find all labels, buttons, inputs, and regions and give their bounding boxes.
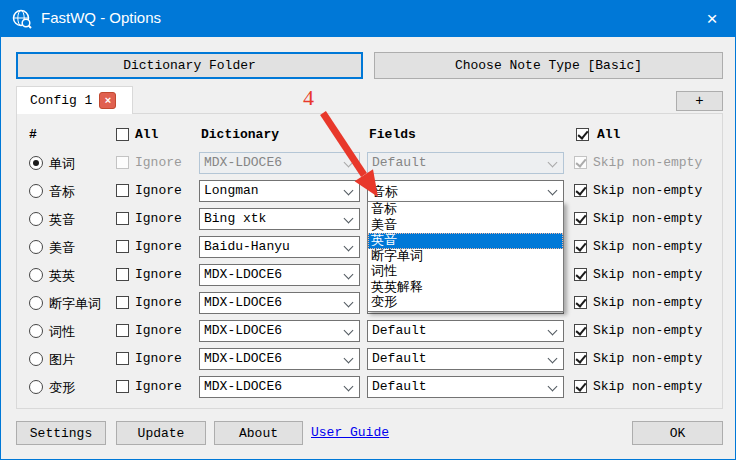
skip-checkbox[interactable] <box>574 352 587 365</box>
add-config-tab-button[interactable]: + <box>676 91 723 111</box>
skip-label: Skip non-empty <box>593 295 702 310</box>
dictionary-combobox[interactable]: Bing xtk <box>199 208 360 230</box>
fields-combobox[interactable]: Default <box>367 348 564 370</box>
skip-checkbox[interactable] <box>574 324 587 337</box>
column-header-all-right: All <box>597 127 620 142</box>
table-row: 变形 Ignore MDX-LDOCE6 Default Skip non-em… <box>17 376 722 398</box>
row-radio[interactable] <box>29 212 43 226</box>
row-label: 变形 <box>49 379 75 397</box>
dictionary-combobox[interactable]: MDX-LDOCE6 <box>199 292 360 314</box>
fields-combobox[interactable]: Default <box>367 320 564 342</box>
ignore-label: Ignore <box>135 267 182 282</box>
app-globe-icon <box>11 8 33 30</box>
dictionary-combobox: MDX-LDOCE6 <box>199 152 360 174</box>
row-label: 英音 <box>49 211 75 229</box>
ignore-label: Ignore <box>135 379 182 394</box>
skip-label: Skip non-empty <box>593 183 702 198</box>
update-button[interactable]: Update <box>116 421 206 445</box>
ignore-label: Ignore <box>135 323 182 338</box>
ignore-checkbox[interactable] <box>116 212 129 225</box>
chevron-down-icon <box>344 326 354 336</box>
row-radio[interactable] <box>29 240 43 254</box>
dropdown-option[interactable]: 变形 <box>368 295 563 311</box>
skip-checkbox[interactable] <box>574 184 587 197</box>
dropdown-option[interactable]: 音标 <box>368 202 563 218</box>
row-radio[interactable] <box>29 156 43 170</box>
skip-checkbox[interactable] <box>574 212 587 225</box>
annotation-step-number: 4 <box>303 85 314 111</box>
ignore-checkbox[interactable] <box>116 240 129 253</box>
all-skip-checkbox[interactable] <box>576 128 589 141</box>
dropdown-option[interactable]: 美音 <box>368 218 563 234</box>
dropdown-option[interactable]: 断字单词 <box>368 249 563 265</box>
chevron-down-icon <box>344 270 354 280</box>
row-radio[interactable] <box>29 184 43 198</box>
row-label: 美音 <box>49 239 75 257</box>
chevron-down-icon <box>344 354 354 364</box>
ignore-checkbox[interactable] <box>116 324 129 337</box>
settings-button[interactable]: Settings <box>16 421 106 445</box>
dictionary-combobox[interactable]: MDX-LDOCE6 <box>199 376 360 398</box>
ignore-checkbox[interactable] <box>116 268 129 281</box>
skip-label: Skip non-empty <box>593 267 702 282</box>
chevron-down-icon <box>344 382 354 392</box>
dictionary-combobox[interactable]: MDX-LDOCE6 <box>199 264 360 286</box>
options-dialog: FastWQ - Options × Dictionary Folder Cho… <box>0 0 736 460</box>
row-label: 图片 <box>49 351 75 369</box>
ignore-label: Ignore <box>135 155 182 170</box>
row-radio[interactable] <box>29 352 43 366</box>
ignore-checkbox[interactable] <box>116 184 129 197</box>
skip-checkbox[interactable] <box>574 380 587 393</box>
ignore-checkbox[interactable] <box>116 352 129 365</box>
fields-combobox-open[interactable]: 音标 <box>367 180 564 202</box>
chevron-down-icon <box>548 158 558 168</box>
fields-dropdown-list: 音标 美音 英音 断字单词 词性 英英解释 变形 <box>367 201 564 312</box>
ok-button[interactable]: OK <box>632 421 723 445</box>
fields-combobox[interactable]: Default <box>367 376 564 398</box>
table-row: 音标 Ignore Longman 音标 Skip non-empty <box>17 180 722 202</box>
choose-note-type-button[interactable]: Choose Note Type [Basic] <box>374 52 723 79</box>
window-title: FastWQ - Options <box>41 9 161 26</box>
chevron-down-icon <box>344 186 354 196</box>
skip-label: Skip non-empty <box>593 239 702 254</box>
row-radio[interactable] <box>29 268 43 282</box>
user-guide-link[interactable]: User Guide <box>311 425 389 440</box>
skip-checkbox[interactable] <box>574 268 587 281</box>
dropdown-option-highlighted[interactable]: 英音 <box>368 233 563 249</box>
dropdown-option[interactable]: 英英解释 <box>368 280 563 296</box>
row-label: 断字单词 <box>49 295 101 313</box>
skip-checkbox[interactable] <box>574 240 587 253</box>
dictionary-combobox[interactable]: Baidu-Hanyu <box>199 236 360 258</box>
ignore-checkbox[interactable] <box>116 380 129 393</box>
window-close-icon[interactable]: × <box>699 6 725 32</box>
all-ignore-checkbox[interactable] <box>116 128 129 141</box>
row-radio[interactable] <box>29 296 43 310</box>
row-radio[interactable] <box>29 324 43 338</box>
column-header-all-left: All <box>135 127 158 142</box>
row-label: 词性 <box>49 323 75 341</box>
skip-checkbox <box>574 156 587 169</box>
skip-checkbox[interactable] <box>574 296 587 309</box>
dictionary-combobox[interactable]: MDX-LDOCE6 <box>199 320 360 342</box>
dictionary-combobox[interactable]: MDX-LDOCE6 <box>199 348 360 370</box>
dictionary-combobox[interactable]: Longman <box>199 180 360 202</box>
table-row: 词性 Ignore MDX-LDOCE6 Default Skip non-em… <box>17 320 722 342</box>
row-radio[interactable] <box>29 380 43 394</box>
ignore-label: Ignore <box>135 239 182 254</box>
skip-label: Skip non-empty <box>593 323 702 338</box>
ignore-checkbox <box>116 156 129 169</box>
about-button[interactable]: About <box>214 421 303 445</box>
skip-label: Skip non-empty <box>593 379 702 394</box>
chevron-down-icon <box>344 298 354 308</box>
tab-close-icon[interactable]: × <box>99 92 116 109</box>
dropdown-option[interactable]: 词性 <box>368 264 563 280</box>
row-label: 音标 <box>49 183 75 201</box>
chevron-down-icon <box>344 158 354 168</box>
tab-config-1[interactable]: Config 1 × <box>16 86 133 114</box>
ignore-label: Ignore <box>135 351 182 366</box>
ignore-checkbox[interactable] <box>116 296 129 309</box>
chevron-down-icon <box>344 214 354 224</box>
dictionary-folder-button[interactable]: Dictionary Folder <box>16 52 363 79</box>
skip-label: Skip non-empty <box>593 155 702 170</box>
row-label: 单词 <box>49 155 75 173</box>
